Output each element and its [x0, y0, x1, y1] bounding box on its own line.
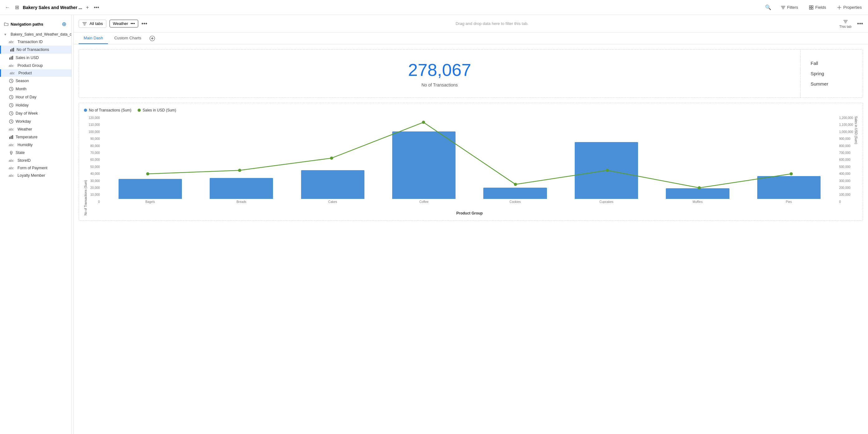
sidebar-item-temperature[interactable]: Temperature — [0, 133, 71, 141]
svg-rect-12 — [9, 57, 10, 60]
this-tab-filter[interactable]: This tab — [837, 18, 854, 30]
sidebar-item-transaction-id[interactable]: abcTransaction ID — [0, 38, 71, 46]
tab-main-dash[interactable]: Main Dash — [79, 32, 108, 44]
sidebar-add-button[interactable]: ⊕ — [61, 19, 68, 29]
sidebar-item-label: Form of Payment — [18, 166, 48, 170]
sidebar-item-label: Day of Week — [16, 111, 38, 116]
filters-button[interactable]: Filters — [778, 4, 801, 11]
topbar-right: 🔍 Filters Fields Properties — [764, 3, 864, 11]
svg-rect-9 — [10, 49, 11, 52]
sidebar-source[interactable]: ▼ Bakery_Sales_and_Weather_data_csv — [0, 31, 71, 38]
topbar-left: ← ⊞ Bakery Sales and Weather ... + ••• — [4, 3, 761, 11]
bar-bagels[interactable] — [119, 179, 182, 199]
sidebar-item-humidity[interactable]: abcHumidity — [0, 141, 71, 149]
bar-cupcakes[interactable] — [575, 142, 638, 199]
sidebar-item-day-of-week[interactable]: Day of Week — [0, 109, 71, 117]
type-badge-abc: abc — [9, 64, 16, 67]
sidebar-item-season[interactable]: Season — [0, 77, 71, 85]
sidebar-item-label: Humidity — [18, 143, 33, 147]
bar-coffee[interactable] — [392, 132, 456, 199]
all-tabs-filter[interactable]: All tabs — [79, 20, 106, 28]
add-tab-button[interactable]: + — [85, 3, 90, 11]
bar-group-cookies: Cookies — [470, 116, 560, 204]
bar-cakes[interactable] — [301, 170, 365, 199]
bar-group-bagels: Bagels — [105, 116, 195, 204]
type-badge-abc: abc — [9, 40, 16, 44]
bar-breads[interactable] — [210, 178, 273, 199]
sidebar-item-label: Product Group — [18, 63, 43, 68]
sidebar-item-sales-in-usd[interactable]: Sales in USD — [0, 54, 71, 62]
main-layout: Navigation paths ⊕ ▼ Bakery_Sales_and_We… — [0, 15, 868, 434]
type-badge-abc: abc — [9, 167, 16, 170]
bar-group-cupcakes: Cupcakes — [561, 116, 651, 204]
sidebar-item-product[interactable]: abcProduct — [0, 69, 71, 77]
grid-icon[interactable]: ⊞ — [14, 3, 20, 11]
type-icon-clock — [9, 86, 14, 91]
chart-legend: No of Transactions (Sum) Sales in USD (S… — [84, 108, 858, 112]
sidebar-item-product-group[interactable]: abcProduct Group — [0, 62, 71, 69]
bar-pies[interactable] — [757, 176, 820, 199]
fields-icon — [809, 5, 814, 10]
sidebar-item-hour-of-day[interactable]: Hour of Day — [0, 93, 71, 101]
more-options-button[interactable]: ••• — [93, 3, 100, 11]
sidebar-item-weather[interactable]: abcWeather — [0, 125, 71, 133]
tabs-bar: Main Dash Custom Charts — [74, 32, 868, 44]
weather-tag-dots[interactable]: ••• — [131, 21, 135, 26]
svg-rect-13 — [11, 57, 12, 60]
y-axis-left: 120,000 110,000 100,000 90,000 80,000 70… — [89, 116, 102, 210]
folder-icon — [4, 22, 9, 27]
search-button[interactable]: 🔍 — [764, 3, 773, 11]
sidebar-item-label: Temperature — [16, 135, 37, 139]
bar-cookies[interactable] — [483, 187, 547, 199]
chart-area: No of Transactions (Sum) 120,000 110,000… — [84, 116, 858, 215]
filter-bar-left: All tabs Weather ••• ••• — [79, 20, 147, 28]
filter-bar: All tabs Weather ••• ••• Drag and drop d… — [74, 15, 868, 32]
drop-hint: Drag and drop data here to filter this t… — [151, 21, 833, 26]
sidebar-item-label: Loyalty Member — [18, 173, 45, 178]
filter-bar-more-dots[interactable]: ••• — [141, 21, 147, 27]
filter-bar-right-dots[interactable]: ••• — [857, 21, 863, 27]
bar-label-cakes: Cakes — [328, 200, 337, 204]
fields-button[interactable]: Fields — [806, 4, 829, 11]
svg-rect-11 — [13, 48, 14, 52]
filter-bar-right: This tab ••• — [837, 18, 863, 30]
filter-fall[interactable]: Fall — [811, 59, 853, 67]
sidebar-item-state[interactable]: State — [0, 149, 71, 157]
filter-summer[interactable]: Summer — [811, 80, 853, 88]
properties-icon — [837, 5, 842, 10]
weather-filter-tag[interactable]: Weather ••• — [110, 20, 138, 27]
tab-custom-charts[interactable]: Custom Charts — [109, 32, 146, 44]
svg-rect-10 — [12, 49, 13, 52]
bar-label-breads: Breads — [237, 200, 247, 204]
type-icon-pin — [9, 150, 14, 155]
sidebar-item-workday[interactable]: Workday — [0, 117, 71, 125]
sidebar-item-label: Product — [19, 71, 32, 75]
expand-icon: ▼ — [4, 33, 7, 36]
back-button[interactable]: ← — [4, 3, 11, 11]
sidebar-item-holiday[interactable]: Holiday — [0, 101, 71, 109]
sidebar-item-label: Transaction ID — [18, 40, 43, 44]
add-tab-button[interactable] — [148, 34, 157, 43]
sidebar-item-loyalty-member[interactable]: abcLoyalty Member — [0, 172, 71, 179]
sidebar-item-no-of-transactions[interactable]: No of Transactions — [0, 46, 71, 54]
bar-muffins[interactable] — [666, 188, 729, 199]
type-icon-clock — [9, 119, 14, 124]
sidebar-item-store-id[interactable]: abcStoreID — [0, 157, 71, 164]
bars-and-line: Bagels Breads Cakes Coffee Cookies Cupca… — [102, 116, 837, 210]
properties-button[interactable]: Properties — [834, 4, 864, 11]
sidebar-items: abcTransaction IDNo of TransactionsSales… — [0, 38, 71, 179]
x-axis-title: Product Group — [102, 211, 837, 215]
type-badge-abc: abc — [9, 128, 16, 131]
svg-rect-35 — [12, 135, 13, 139]
svg-line-20 — [11, 89, 12, 90]
filter-spring[interactable]: Spring — [811, 69, 853, 78]
sidebar-item-label: Month — [16, 87, 27, 91]
svg-line-17 — [11, 81, 12, 82]
bar-label-pies: Pies — [786, 200, 792, 204]
legend-transactions-dot — [84, 109, 87, 112]
sidebar-item-label: State — [16, 150, 25, 155]
sidebar-item-month[interactable]: Month — [0, 85, 71, 93]
legend-transactions: No of Transactions (Sum) — [84, 108, 131, 112]
sidebar-item-form-of-payment[interactable]: abcForm of Payment — [0, 164, 71, 172]
svg-line-32 — [11, 121, 12, 122]
